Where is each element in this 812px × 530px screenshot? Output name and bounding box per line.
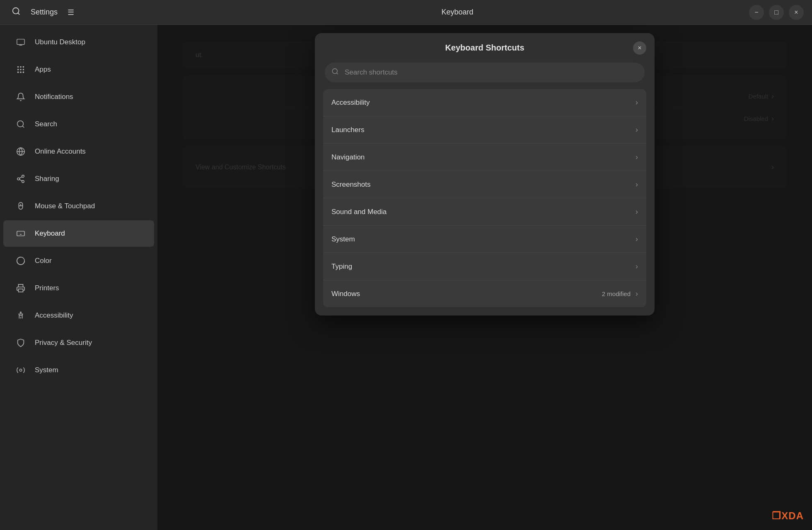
- shortcuts-list: Accessibility › Launchers ›: [315, 89, 655, 316]
- svg-point-4: [23, 66, 24, 68]
- hamburger-button[interactable]: ☰: [64, 5, 77, 20]
- sidebar-label-printers: Printers: [35, 284, 59, 292]
- modal-header: Keyboard Shortcuts ×: [315, 33, 655, 59]
- sidebar-item-mouse-touchpad[interactable]: Mouse & Touchpad: [3, 193, 154, 219]
- modal-overlay: Keyboard Shortcuts ×: [157, 25, 812, 530]
- shortcut-meta-windows: 2 modified ›: [602, 289, 638, 298]
- title-bar: Settings ☰ Keyboard − □ ×: [0, 0, 812, 25]
- svg-point-22: [332, 69, 337, 74]
- search-shortcuts-input[interactable]: [325, 63, 645, 82]
- search-button[interactable]: [8, 3, 24, 21]
- sidebar-item-printers[interactable]: Printers: [3, 275, 154, 301]
- sidebar-label-online-accounts: Online Accounts: [35, 147, 86, 156]
- sidebar-item-notifications[interactable]: Notifications: [3, 84, 154, 110]
- shortcut-meta-system: ›: [636, 235, 638, 243]
- shortcut-item-launchers[interactable]: Launchers ›: [323, 116, 646, 144]
- main-panel: ut. Default › Disabled ›: [157, 25, 812, 530]
- keyboard-shortcuts-modal: Keyboard Shortcuts ×: [315, 33, 655, 316]
- svg-point-21: [19, 369, 22, 371]
- modal-title: Keyboard Shortcuts: [445, 43, 524, 53]
- svg-point-5: [17, 69, 19, 70]
- shortcut-item-system[interactable]: System ›: [323, 226, 646, 253]
- shortcut-label-accessibility: Accessibility: [331, 99, 370, 107]
- svg-point-15: [22, 181, 24, 183]
- shortcut-item-navigation[interactable]: Navigation ›: [323, 144, 646, 171]
- title-bar-center: Keyboard: [166, 8, 749, 17]
- title-bar-left: Settings ☰: [8, 3, 166, 21]
- minimize-button[interactable]: −: [749, 5, 764, 20]
- search-bar-container: [325, 63, 645, 82]
- sidebar-label-search: Search: [35, 120, 57, 128]
- sidebar-item-ubuntu-desktop[interactable]: Ubuntu Desktop: [3, 29, 154, 55]
- chevron-right-icon-launchers: ›: [636, 125, 638, 134]
- shortcut-label-sound-and-media: Sound and Media: [331, 208, 387, 216]
- accessibility-icon: [15, 310, 27, 321]
- mouse-icon: [15, 200, 27, 212]
- sidebar-item-color[interactable]: Color: [3, 248, 154, 274]
- chevron-right-icon-accessibility: ›: [636, 98, 638, 107]
- sidebar-item-privacy-security[interactable]: Privacy & Security: [3, 330, 154, 356]
- system-icon: [15, 364, 27, 376]
- sidebar-item-sharing[interactable]: Sharing: [3, 166, 154, 192]
- shortcut-item-screenshots[interactable]: Screenshots ›: [323, 171, 646, 198]
- sidebar-item-accessibility[interactable]: Accessibility: [3, 302, 154, 329]
- chevron-right-icon-screenshots: ›: [636, 180, 638, 189]
- chevron-right-icon-navigation: ›: [636, 153, 638, 161]
- sidebar-item-search[interactable]: Search: [3, 111, 154, 137]
- svg-rect-19: [19, 289, 23, 292]
- search-icon: [15, 118, 27, 130]
- window-controls: − □ ×: [749, 5, 804, 20]
- svg-rect-1: [17, 39, 24, 45]
- sidebar-label-apps: Apps: [35, 65, 51, 74]
- sidebar-label-accessibility: Accessibility: [35, 311, 73, 320]
- color-icon: [15, 255, 27, 267]
- chevron-right-icon-typing: ›: [636, 262, 638, 271]
- sidebar-label-system: System: [35, 366, 58, 374]
- shortcut-label-system: System: [331, 235, 355, 243]
- shortcut-meta-screenshots: ›: [636, 180, 638, 189]
- svg-point-7: [23, 69, 24, 70]
- svg-point-13: [22, 175, 24, 178]
- window-title: Keyboard: [441, 8, 473, 16]
- privacy-security-icon: [15, 337, 27, 349]
- online-accounts-icon: [15, 146, 27, 157]
- svg-point-2: [17, 66, 19, 68]
- shortcut-meta-accessibility: ›: [636, 98, 638, 107]
- sidebar-item-apps[interactable]: Apps: [3, 56, 154, 83]
- shortcut-item-sound-and-media[interactable]: Sound and Media ›: [323, 198, 646, 226]
- chevron-right-icon-system: ›: [636, 235, 638, 243]
- svg-point-8: [17, 72, 19, 73]
- shortcut-label-screenshots: Screenshots: [331, 181, 371, 189]
- svg-point-0: [13, 8, 19, 14]
- svg-rect-17: [17, 231, 24, 236]
- sidebar-item-online-accounts[interactable]: Online Accounts: [3, 138, 154, 165]
- keyboard-icon: [15, 228, 27, 239]
- xda-logo: ❐XDA: [772, 510, 804, 522]
- shortcut-item-typing[interactable]: Typing ›: [323, 253, 646, 280]
- svg-point-3: [20, 66, 22, 68]
- shortcut-label-typing: Typing: [331, 263, 352, 271]
- shortcut-meta-typing: ›: [636, 262, 638, 271]
- main-window: Settings ☰ Keyboard − □ × Ubuntu D: [0, 0, 812, 530]
- modal-close-button[interactable]: ×: [633, 41, 646, 55]
- shortcut-label-launchers: Launchers: [331, 126, 364, 134]
- close-button[interactable]: ×: [789, 5, 804, 20]
- sharing-icon: [15, 173, 27, 185]
- notifications-icon: [15, 91, 27, 103]
- sidebar-label-ubuntu-desktop: Ubuntu Desktop: [35, 38, 85, 46]
- sidebar-label-color: Color: [35, 257, 52, 265]
- ubuntu-desktop-icon: [15, 36, 27, 48]
- svg-point-10: [23, 72, 24, 73]
- shortcut-item-accessibility[interactable]: Accessibility ›: [323, 89, 646, 116]
- maximize-button[interactable]: □: [769, 5, 784, 20]
- printers-icon: [15, 282, 27, 294]
- shortcut-item-windows[interactable]: Windows 2 modified ›: [323, 280, 646, 307]
- shortcut-meta-sound-and-media: ›: [636, 207, 638, 216]
- sidebar-label-privacy-security: Privacy & Security: [35, 339, 92, 347]
- sidebar-label-mouse-touchpad: Mouse & Touchpad: [35, 202, 95, 210]
- sidebar-label-keyboard: Keyboard: [35, 229, 65, 238]
- svg-point-6: [20, 69, 22, 70]
- sidebar-item-keyboard[interactable]: Keyboard: [3, 220, 154, 247]
- shortcut-label-windows: Windows: [331, 290, 360, 298]
- sidebar-item-system[interactable]: System: [3, 357, 154, 383]
